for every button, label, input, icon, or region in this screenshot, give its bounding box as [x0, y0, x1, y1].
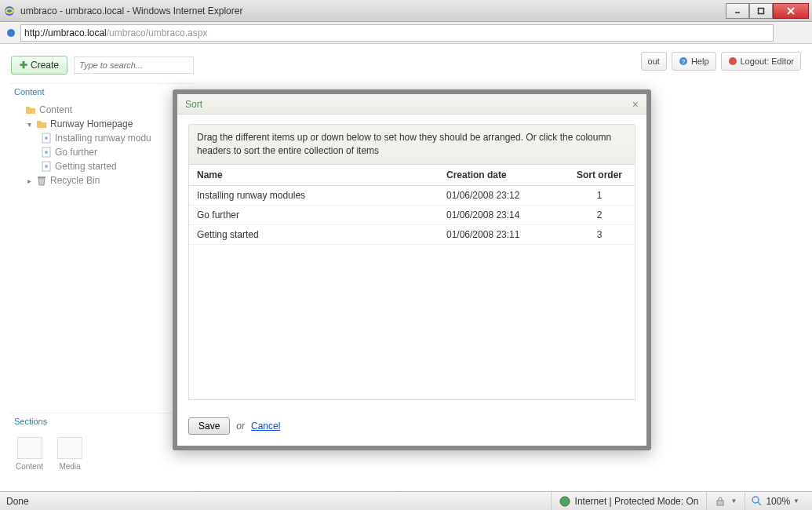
or-text: or [236, 421, 245, 432]
doc-icon [41, 161, 52, 172]
plus-icon: ✚ [20, 60, 27, 71]
maximize-button[interactable] [749, 3, 773, 19]
cell-name: Installing runway modules [189, 185, 439, 205]
section-media[interactable]: Media [57, 437, 82, 471]
dialog-header: Sort × [177, 94, 646, 115]
search-input[interactable] [74, 56, 194, 74]
section-content[interactable]: Content [16, 437, 43, 471]
tree-item-content[interactable]: Content [14, 103, 194, 117]
sort-table: Name Creation date Sort order Installing… [189, 165, 635, 245]
tree-item-getting-started[interactable]: Getting started [14, 159, 194, 173]
zone-text: Internet | Protected Mode: On [575, 496, 699, 507]
create-button[interactable]: ✚ Create [11, 56, 67, 75]
window-buttons [726, 3, 809, 19]
cancel-link[interactable]: Cancel [251, 421, 280, 432]
dialog-instructions: Drag the different items up or down belo… [188, 124, 635, 165]
table-row[interactable]: Go further 01/06/2008 23:14 2 [189, 205, 635, 224]
tree-item-go-further[interactable]: Go further [14, 145, 194, 159]
security-zone[interactable]: Internet | Protected Mode: On [551, 492, 707, 510]
chevron-down-icon: ▼ [793, 497, 799, 505]
window-title: umbraco - umbraco.local - Windows Intern… [20, 5, 726, 16]
doc-icon [41, 147, 52, 158]
status-bar: Done Internet | Protected Mode: On ▼ 100… [0, 491, 812, 510]
table-row[interactable]: Getting started 01/06/2008 23:11 3 [189, 224, 635, 244]
section-label: Content [16, 462, 43, 471]
svg-point-16 [560, 497, 570, 506]
tree-item-installing[interactable]: Installing runway modu [14, 131, 194, 145]
dialog-body: Drag the different items up or down belo… [177, 115, 646, 410]
ie-icon [3, 5, 16, 17]
col-sort-order[interactable]: Sort order [564, 165, 635, 186]
page-icon [5, 27, 17, 39]
svg-rect-17 [717, 501, 723, 505]
bin-icon [36, 175, 47, 186]
cell-order: 3 [564, 224, 635, 244]
svg-rect-15 [38, 177, 46, 178]
status-done: Done [6, 496, 29, 507]
content-panel-title: Content [9, 83, 194, 100]
dialog-footer: Save or Cancel [177, 410, 646, 446]
content-tree-panel: Content Content ▾ Runway Homepage Instal… [9, 83, 194, 203]
svg-point-12 [45, 151, 48, 154]
cell-date: 01/06/2008 23:11 [439, 224, 564, 244]
svg-text:?: ? [682, 58, 686, 65]
svg-point-14 [45, 165, 48, 168]
svg-point-5 [7, 29, 15, 37]
save-button[interactable]: Save [188, 417, 230, 435]
tree-item-runway-homepage[interactable]: ▾ Runway Homepage [14, 117, 194, 131]
minimize-button[interactable] [726, 3, 749, 19]
table-row[interactable]: Installing runway modules 01/06/2008 23:… [189, 185, 635, 205]
sort-dialog: Sort × Drag the different items up or do… [173, 89, 651, 450]
media-section-icon [57, 437, 82, 459]
tree-label: Getting started [55, 161, 117, 172]
about-button[interactable]: out [641, 52, 667, 71]
sections-panel-title: Sections [9, 413, 194, 429]
browser-window: umbraco - umbraco.local - Windows Intern… [0, 0, 812, 510]
tree-label: Installing runway modu [55, 133, 151, 144]
svg-point-18 [752, 497, 759, 503]
tree-label: Runway Homepage [50, 118, 133, 129]
content-section-icon [17, 437, 42, 459]
window-titlebar: umbraco - umbraco.local - Windows Intern… [0, 0, 812, 22]
dialog-title: Sort [185, 99, 202, 110]
section-label: Media [59, 462, 80, 471]
tree-label: Go further [55, 147, 97, 158]
expand-icon[interactable]: ▸ [25, 177, 33, 185]
cell-order: 1 [564, 185, 635, 205]
lock-icon [715, 496, 726, 507]
url-host: http://umbraco.local [24, 27, 107, 38]
cell-date: 01/06/2008 23:14 [439, 205, 564, 224]
close-window-button[interactable] [773, 3, 809, 19]
status-extra[interactable]: ▼ [706, 492, 745, 510]
toolbar-right: out ? Help Logout: Editor [641, 52, 801, 71]
cell-order: 2 [564, 205, 635, 224]
logout-icon [728, 56, 737, 66]
globe-icon [559, 496, 570, 507]
folder-icon [36, 118, 47, 129]
doc-icon [41, 133, 52, 144]
svg-point-10 [45, 137, 48, 140]
col-creation-date[interactable]: Creation date [439, 165, 564, 186]
collapse-icon[interactable]: ▾ [25, 120, 33, 129]
svg-point-8 [729, 57, 737, 65]
logout-button[interactable]: Logout: Editor [721, 52, 802, 71]
chevron-down-icon: ▼ [730, 497, 737, 505]
help-icon: ? [679, 56, 688, 66]
svg-line-19 [758, 502, 761, 505]
sections-panel: Sections Content Media [9, 413, 194, 479]
zoom-control[interactable]: 100% ▼ [745, 492, 806, 510]
cell-date: 01/06/2008 23:12 [439, 185, 564, 205]
close-dialog-button[interactable]: × [632, 98, 639, 111]
content-tree: Content ▾ Runway Homepage Installing run… [9, 100, 194, 203]
tree-item-recycle-bin[interactable]: ▸ Recycle Bin [14, 173, 194, 188]
sort-table-container: Name Creation date Sort order Installing… [188, 165, 635, 400]
app-content: ✚ Create out ? Help Logout: Editor Conte… [0, 44, 812, 491]
svg-rect-2 [759, 8, 764, 13]
zoom-icon [752, 496, 763, 507]
folder-icon [25, 104, 36, 115]
url-input[interactable]: http://umbraco.local/umbraco/umbraco.asp… [20, 24, 774, 42]
help-button[interactable]: ? Help [672, 52, 716, 71]
url-path: /umbraco/umbraco.aspx [107, 27, 208, 38]
col-name[interactable]: Name [189, 165, 439, 186]
tree-label: Recycle Bin [50, 175, 100, 186]
